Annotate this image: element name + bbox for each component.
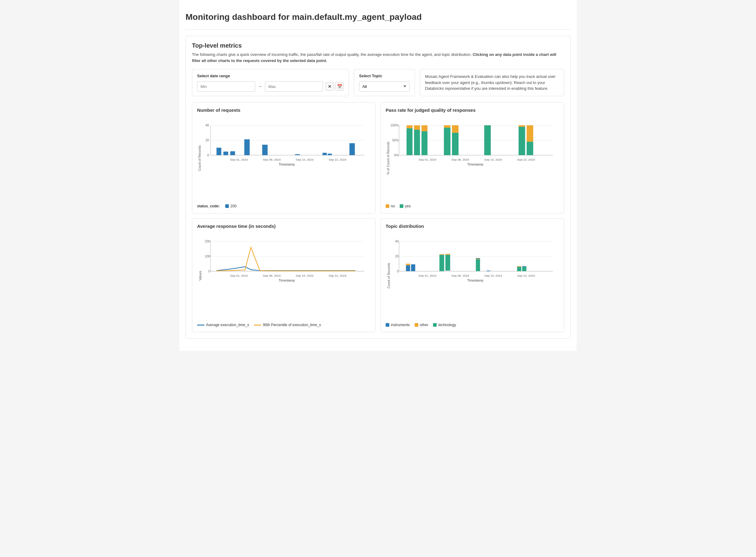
date-calendar-button[interactable]: 📅 [335, 82, 344, 91]
legend-line-90th [254, 325, 261, 325]
svg-rect-85 [486, 270, 490, 271]
top-metrics-section: Top-level metrics The following charts g… [186, 36, 570, 339]
svg-text:Values: Values [198, 270, 202, 280]
topic-select[interactable]: All [359, 81, 410, 92]
svg-rect-81 [446, 254, 450, 255]
svg-text:Sep 15, 2024: Sep 15, 2024 [296, 274, 314, 277]
svg-rect-88 [522, 267, 527, 271]
response-time-chart-title: Average response time (in seconds) [197, 224, 370, 229]
svg-text:Sep 01, 2024: Sep 01, 2024 [230, 158, 248, 161]
svg-text:40: 40 [205, 123, 209, 127]
requests-legend: status_code: 200 [197, 204, 370, 208]
svg-text:200: 200 [205, 239, 210, 243]
svg-text:Sep 01, 2024: Sep 01, 2024 [419, 274, 437, 277]
legend-line-avg [197, 325, 204, 325]
legend-dot-technology [433, 323, 437, 327]
svg-text:0: 0 [207, 153, 209, 157]
svg-text:20: 20 [205, 138, 209, 142]
pass-rate-chart-area[interactable]: % of Count of Records 100% 50% 0% [386, 116, 559, 201]
svg-text:0%: 0% [394, 153, 399, 157]
response-time-chart-card: Average response time (in seconds) Value… [192, 218, 375, 332]
svg-rect-40 [452, 125, 459, 133]
legend-dot-200 [225, 204, 229, 208]
date-range-label: Select date range [197, 74, 344, 78]
date-min-input[interactable] [197, 81, 255, 92]
svg-rect-77 [411, 264, 415, 271]
svg-rect-83 [476, 259, 480, 259]
svg-text:Sep 22, 2024: Sep 22, 2024 [329, 274, 346, 277]
legend-dot-other [415, 323, 418, 327]
svg-rect-46 [527, 142, 533, 155]
legend-item-technology: technology [433, 323, 456, 327]
legend-label-avg: Average execution_time_s [206, 323, 249, 327]
response-time-chart-area[interactable]: Values 200 100 0 Sep 0 [197, 232, 370, 320]
svg-rect-16 [328, 154, 332, 155]
pass-rate-chart-title: Pass rate for judged quality of response… [386, 108, 559, 113]
svg-rect-12 [244, 139, 250, 155]
date-clear-button[interactable]: ✕ [326, 82, 334, 91]
svg-rect-10 [223, 151, 228, 155]
svg-text:20: 20 [395, 254, 399, 258]
date-max-input[interactable] [265, 81, 323, 92]
svg-rect-34 [414, 125, 420, 130]
svg-text:Sep 08, 2024: Sep 08, 2024 [263, 158, 281, 161]
legend-label-90th: 90th Percentile of execution_time_s [263, 323, 321, 327]
topic-label: Select Topic [359, 74, 410, 78]
requests-chart-area[interactable]: Count of Records 40 20 0 [197, 116, 370, 201]
pass-rate-chart-svg: % of Count of Records 100% 50% 0% [386, 116, 559, 200]
svg-text:100: 100 [205, 254, 210, 258]
topic-dist-legend: instruments other technology [386, 323, 559, 327]
legend-dot-no [386, 204, 389, 208]
legend-label-yes: yes [405, 204, 411, 208]
legend-item-200: 200 [225, 204, 236, 208]
svg-text:0: 0 [208, 269, 210, 273]
svg-text:Sep 08, 2024: Sep 08, 2024 [263, 274, 281, 277]
date-inputs: → ✕ 📅 [197, 81, 344, 92]
svg-rect-44 [519, 127, 525, 155]
svg-text:Sep 22, 2024: Sep 22, 2024 [517, 274, 535, 277]
legend-key: status_code: [197, 204, 220, 208]
requests-chart-card: Number of requests Count of Records 40 2… [192, 102, 375, 213]
response-time-legend: Average execution_time_s 90th Percentile… [197, 323, 370, 327]
svg-rect-13 [262, 145, 268, 155]
svg-text:Timestamp: Timestamp [279, 278, 295, 282]
legend-item-no: no [386, 204, 395, 208]
svg-rect-87 [517, 266, 521, 267]
topic-dist-chart-title: Topic distribution [386, 224, 559, 229]
page-container: Monitoring dashboard for main.default.my… [179, 0, 577, 351]
svg-rect-82 [476, 259, 480, 271]
topic-dist-chart-area[interactable]: Count of Records 40 20 0 [386, 232, 559, 320]
svg-text:Sep 08, 2024: Sep 08, 2024 [451, 158, 469, 161]
legend-label-technology: technology [438, 323, 456, 327]
svg-rect-89 [522, 266, 527, 267]
svg-rect-37 [421, 131, 427, 155]
response-time-chart-svg: Values 200 100 0 Sep 0 [197, 232, 370, 319]
svg-text:Sep 15, 2024: Sep 15, 2024 [296, 158, 314, 161]
svg-text:% of Count of Records: % of Count of Records [386, 142, 390, 175]
svg-rect-36 [421, 125, 427, 131]
svg-text:100%: 100% [391, 123, 399, 127]
svg-rect-35 [414, 130, 420, 155]
svg-rect-84 [476, 258, 480, 259]
controls-row: Select date range → ✕ 📅 Select Topic All [192, 69, 564, 96]
legend-item-avg: Average execution_time_s [197, 323, 249, 327]
svg-text:Sep 15, 2024: Sep 15, 2024 [484, 274, 502, 277]
legend-dot-instruments [386, 323, 389, 327]
svg-rect-45 [527, 125, 533, 142]
svg-text:Sep 01, 2024: Sep 01, 2024 [230, 274, 248, 277]
section-desc: The following charts give a quick overvi… [192, 52, 564, 63]
legend-item-yes: yes [400, 204, 411, 208]
svg-rect-33 [407, 128, 413, 155]
legend-label-other: other [420, 323, 428, 327]
svg-rect-75 [406, 265, 410, 271]
requests-chart-title: Number of requests [197, 108, 370, 113]
svg-rect-86 [517, 267, 521, 271]
info-box: Mosaic Agent Framework & Evaluation can … [420, 69, 564, 96]
pass-rate-chart-card: Pass rate for judged quality of response… [381, 102, 564, 213]
svg-rect-41 [452, 133, 459, 155]
svg-text:Count of Records: Count of Records [198, 145, 201, 171]
topic-box: Select Topic All [354, 69, 415, 96]
svg-text:Sep 08, 2024: Sep 08, 2024 [451, 274, 469, 277]
legend-dot-yes [400, 204, 403, 208]
svg-text:40: 40 [395, 239, 399, 243]
